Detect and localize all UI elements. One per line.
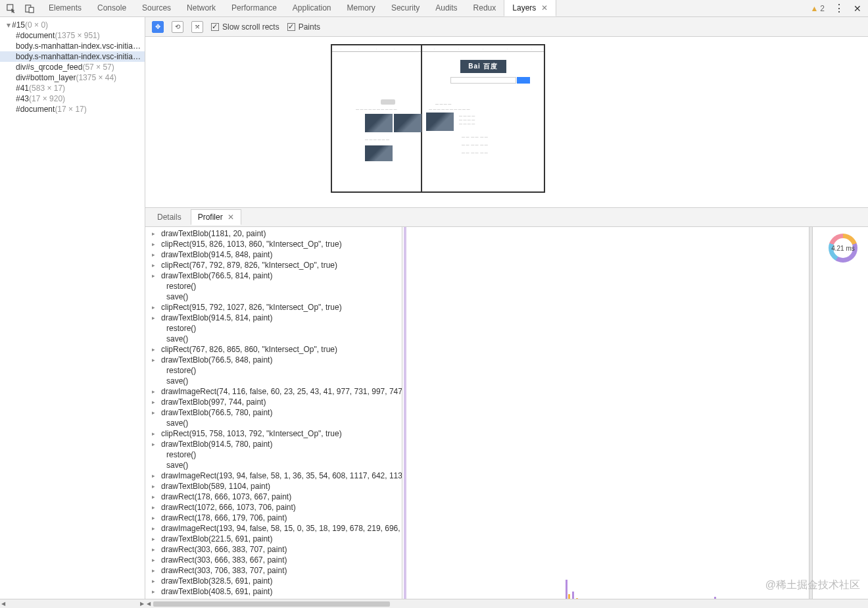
paint-log-row[interactable]: save() [145, 334, 402, 344]
timing-donut: 4.21 ms [829, 234, 857, 263]
slow-scroll-rects-checkbox[interactable]: Slow scroll rects [211, 22, 279, 32]
paint-log-row[interactable]: drawTextBlob(914.5, 814, paint) [145, 313, 402, 323]
layer-tree-row[interactable]: #document(1375 × 951) [0, 30, 145, 41]
paint-log-row[interactable]: restore() [145, 281, 402, 291]
paint-log-row[interactable]: drawImageRect(193, 94, false, 58, 15, 0,… [145, 523, 402, 534]
close-icon[interactable]: ✕ [854, 3, 861, 14]
devtools-topbar: ElementsConsoleSourcesNetworkPerformance… [0, 0, 868, 17]
paint-log-row[interactable]: drawTextBlob(766.5, 780, paint) [145, 407, 402, 418]
device-icon[interactable] [25, 4, 34, 13]
top-left-icons [0, 4, 41, 13]
flame-chart-pane[interactable]: 4.21 ms [402, 227, 868, 607]
paint-log-row[interactable]: save() [145, 460, 402, 470]
paint-log-row[interactable]: drawRect(303, 666, 383, 707, paint) [145, 544, 402, 555]
close-icon[interactable]: ✕ [226, 213, 234, 222]
layer-tree: ▾#15(0 × 0)#document(1375 × 951)body.s-m… [0, 17, 145, 117]
donut-time: 4.21 ms [831, 245, 855, 252]
paint-log-row[interactable]: drawImageRect(193, 94, false, 58, 1, 36,… [145, 470, 402, 481]
main-split: ▾#15(0 × 0)#document(1375 × 951)body.s-m… [0, 17, 868, 608]
tab-layers[interactable]: Layers ✕ [504, 0, 556, 16]
layers-toolbar: ✥ ⟲ ⤧ Slow scroll rects Paints [145, 17, 868, 37]
layer-subtabs: Details Profiler ✕ [145, 207, 868, 227]
paint-log-pane[interactable]: drawTextBlob(1181, 20, paint)clipRect(91… [145, 227, 402, 607]
paint-log-row[interactable]: drawTextBlob(221.5, 691, paint) [145, 534, 402, 544]
left-horizontal-scrollbar[interactable]: ◀▶ [0, 599, 145, 608]
paints-checkbox[interactable]: Paints [287, 22, 320, 32]
preview-logo: Bai 百度 [460, 60, 506, 73]
warning-count: 2 [820, 4, 825, 13]
layer-tree-row[interactable]: #document(17 × 17) [0, 104, 145, 114]
svg-rect-2 [29, 7, 34, 13]
paint-log-row[interactable]: clipRect(915, 758, 1013, 792, "kIntersec… [145, 428, 402, 439]
paint-log-row[interactable]: drawRect(178, 666, 179, 706, paint) [145, 513, 402, 523]
warning-icon: ▲ [810, 4, 818, 13]
tab-memory[interactable]: Memory [339, 0, 383, 16]
checkbox-icon [287, 23, 295, 31]
layer-tree-panel: ▾#15(0 × 0)#document(1375 × 951)body.s-m… [0, 17, 145, 608]
paint-log-row[interactable]: drawTextBlob(766.5, 848, paint) [145, 355, 402, 365]
paint-log-row[interactable]: drawTextBlob(328.5, 691, paint) [145, 576, 402, 586]
paint-log-row[interactable]: restore() [145, 449, 402, 460]
paint-log-row[interactable]: restore() [145, 365, 402, 376]
profiler-body: drawTextBlob(1181, 20, paint)clipRect(91… [145, 227, 868, 608]
slow-scroll-label: Slow scroll rects [222, 22, 279, 32]
paint-log-row[interactable]: drawTextBlob(766.5, 814, paint) [145, 270, 402, 281]
close-icon[interactable]: ✕ [539, 3, 547, 13]
paint-log-row[interactable]: save() [145, 418, 402, 428]
paint-log-row[interactable]: clipRect(767, 826, 865, 860, "kIntersect… [145, 344, 402, 355]
right-panel: ✥ ⟲ ⤧ Slow scroll rects Paints ..... — —… [145, 17, 868, 608]
tab-redux[interactable]: Redux [466, 0, 504, 16]
tab-audits[interactable]: Audits [427, 0, 465, 16]
layers-3d-preview[interactable]: ..... — — — — — — — — — — — — — — — — ..… [145, 37, 868, 207]
checkbox-icon [211, 23, 219, 31]
layer-tree-row[interactable]: #43(17 × 920) [0, 93, 145, 104]
tab-network[interactable]: Network [179, 0, 224, 16]
tab-elements[interactable]: Elements [41, 0, 89, 16]
bottom-horizontal-scrollbar[interactable]: ◀ [145, 599, 868, 608]
tab-strip: ElementsConsoleSourcesNetworkPerformance… [41, 0, 810, 16]
paint-log-row[interactable]: clipRect(767, 792, 879, 826, "kIntersect… [145, 260, 402, 270]
paint-log-row[interactable]: drawRect(303, 666, 383, 667, paint) [145, 555, 402, 565]
paint-log-row[interactable]: drawTextBlob(408.5, 691, paint) [145, 586, 402, 597]
paint-log-row[interactable]: restore() [145, 323, 402, 334]
paint-log-row[interactable]: clipRect(915, 826, 1013, 860, "kIntersec… [145, 239, 402, 249]
paint-log-row[interactable]: drawRect(1072, 666, 1073, 706, paint) [145, 502, 402, 513]
paint-log-row[interactable]: drawRect(303, 706, 383, 707, paint) [145, 565, 402, 576]
warnings-badge[interactable]: ▲2 [810, 4, 825, 13]
pan-icon[interactable]: ✥ [152, 21, 164, 33]
reset-icon[interactable]: ⤧ [191, 21, 203, 33]
paint-log-row[interactable]: drawImageRect(74, 116, false, 60, 23, 25… [145, 386, 402, 397]
inspect-icon[interactable] [7, 4, 16, 13]
paint-log-row[interactable]: save() [145, 291, 402, 302]
tab-performance[interactable]: Performance [224, 0, 285, 16]
tab-details[interactable]: Details [151, 210, 188, 224]
tab-sources[interactable]: Sources [134, 0, 179, 16]
tab-security[interactable]: Security [383, 0, 427, 16]
paint-log-row[interactable]: drawTextBlob(589, 1104, paint) [145, 481, 402, 492]
paint-log-row[interactable]: drawTextBlob(997, 744, paint) [145, 397, 402, 407]
tab-console[interactable]: Console [89, 0, 134, 16]
rotate-icon[interactable]: ⟲ [172, 21, 183, 33]
layer-tree-row[interactable]: #41(583 × 17) [0, 83, 145, 93]
preview-document-frame: ..... — — — — — — — — — — — — — — — — ..… [331, 44, 545, 193]
layer-tree-row[interactable]: div#s_qrcode_feed(57 × 57) [0, 62, 145, 72]
layer-tree-row[interactable]: body.s-manhattan-index.vsc-initialize [0, 51, 145, 62]
paint-log-row[interactable]: save() [145, 376, 402, 386]
right-controls: ▲2 ⋮ ✕ [810, 2, 868, 14]
paints-label: Paints [299, 22, 320, 32]
layer-tree-row[interactable]: div#bottom_layer(1375 × 44) [0, 72, 145, 83]
paint-log-row[interactable]: drawRect(178, 666, 1073, 667, paint) [145, 492, 402, 502]
layer-tree-row[interactable]: body.s-manhattan-index.vsc-initialize [0, 41, 145, 51]
tab-application[interactable]: Application [285, 0, 339, 16]
paint-log-row[interactable]: drawTextBlob(914.5, 780, paint) [145, 439, 402, 449]
layer-tree-row[interactable]: ▾#15(0 × 0) [0, 20, 145, 30]
paint-log-row[interactable]: drawTextBlob(914.5, 848, paint) [145, 249, 402, 260]
paint-log-row[interactable]: drawTextBlob(1181, 20, paint) [145, 228, 402, 239]
kebab-menu-icon[interactable]: ⋮ [834, 2, 844, 14]
tab-profiler[interactable]: Profiler ✕ [191, 209, 241, 225]
paint-log-row[interactable]: clipRect(915, 792, 1027, 826, "kIntersec… [145, 302, 402, 313]
